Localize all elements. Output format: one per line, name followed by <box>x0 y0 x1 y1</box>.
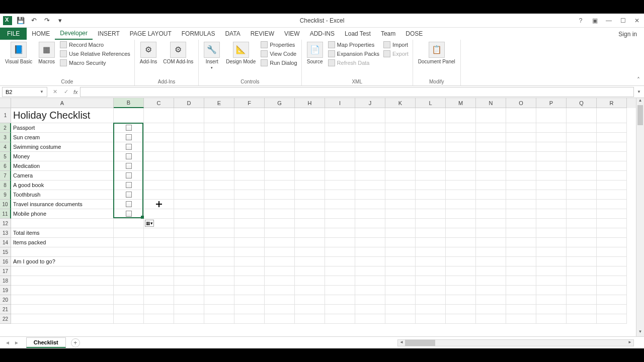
col-header-J[interactable]: J <box>355 98 385 108</box>
cell-I10[interactable] <box>325 200 355 209</box>
cell-P21[interactable] <box>536 305 567 314</box>
cell-O13[interactable] <box>506 228 536 238</box>
cell-D22[interactable] <box>174 314 204 324</box>
cell-I19[interactable] <box>325 286 355 295</box>
cell-C6[interactable] <box>144 161 174 171</box>
cell-K11[interactable] <box>385 209 416 219</box>
expand-formula-icon[interactable]: ▼ <box>636 89 642 94</box>
cell-P2[interactable] <box>536 123 567 133</box>
cell-L10[interactable] <box>416 200 446 209</box>
cell-K7[interactable] <box>385 171 416 180</box>
cell-A20[interactable] <box>11 295 114 305</box>
cell-N6[interactable] <box>476 161 506 171</box>
cell-R5[interactable] <box>597 152 627 161</box>
cell-C3[interactable] <box>144 133 174 142</box>
cell-O8[interactable] <box>506 180 536 190</box>
cell-N14[interactable] <box>476 238 506 247</box>
cell-D13[interactable] <box>174 228 204 238</box>
cell-F13[interactable] <box>234 228 265 238</box>
cell-I15[interactable] <box>325 247 355 257</box>
design-mode-button[interactable]: 📐Design Mode <box>224 41 258 66</box>
checkbox-row-5[interactable] <box>126 153 132 159</box>
row-header-7[interactable]: 7 <box>0 171 11 180</box>
qat-customize-icon[interactable]: ▾ <box>55 16 64 25</box>
cell-C10[interactable] <box>144 200 174 209</box>
cell-P12[interactable] <box>536 219 567 228</box>
row-header-6[interactable]: 6 <box>0 161 11 171</box>
cell-N20[interactable] <box>476 295 506 305</box>
cell-G10[interactable] <box>265 200 295 209</box>
cell-N19[interactable] <box>476 286 506 295</box>
cell-I13[interactable] <box>325 228 355 238</box>
cell-N9[interactable] <box>476 190 506 200</box>
cell-O15[interactable] <box>506 247 536 257</box>
cell-R16[interactable] <box>597 257 627 266</box>
cell-F5[interactable] <box>234 152 265 161</box>
cell-K6[interactable] <box>385 161 416 171</box>
col-header-Q[interactable]: Q <box>567 98 597 108</box>
cell-C5[interactable] <box>144 152 174 161</box>
cell-D12[interactable] <box>174 219 204 228</box>
cell-P18[interactable] <box>536 276 567 286</box>
addins-button[interactable]: ⚙Add-Ins <box>138 41 159 66</box>
cell-A14[interactable]: Items packed <box>11 238 114 247</box>
cell-F7[interactable] <box>234 171 265 180</box>
cell-A2[interactable]: Passport <box>11 123 114 133</box>
cell-J16[interactable] <box>355 257 385 266</box>
col-header-R[interactable]: R <box>597 98 627 108</box>
cell-R4[interactable] <box>597 142 627 152</box>
cell-J13[interactable] <box>355 228 385 238</box>
cell-P22[interactable] <box>536 314 567 324</box>
cell-N8[interactable] <box>476 180 506 190</box>
cell-J19[interactable] <box>355 286 385 295</box>
cell-I8[interactable] <box>325 180 355 190</box>
tab-insert[interactable]: INSERT <box>93 28 125 40</box>
cell-I12[interactable] <box>325 219 355 228</box>
cell-L12[interactable] <box>416 219 446 228</box>
cell-F22[interactable] <box>234 314 265 324</box>
tab-review[interactable]: REVIEW <box>246 28 279 40</box>
autofill-options-button[interactable]: ▦▾ <box>145 220 154 227</box>
undo-icon[interactable]: ↶ <box>29 16 38 25</box>
cell-C18[interactable] <box>144 276 174 286</box>
cell-D14[interactable] <box>174 238 204 247</box>
cell-A21[interactable] <box>11 305 114 314</box>
checkbox-row-8[interactable] <box>126 182 132 188</box>
row-header-17[interactable]: 17 <box>0 266 11 276</box>
col-header-A[interactable]: A <box>11 98 114 108</box>
row-header-18[interactable]: 18 <box>0 276 11 286</box>
cell-F1[interactable] <box>234 108 265 123</box>
cell-H19[interactable] <box>295 286 325 295</box>
cell-O12[interactable] <box>506 219 536 228</box>
cell-R20[interactable] <box>597 295 627 305</box>
name-box[interactable]: B2▼ <box>2 87 47 97</box>
checkbox-row-3[interactable] <box>126 134 132 140</box>
cell-D18[interactable] <box>174 276 204 286</box>
cell-D1[interactable] <box>174 108 204 123</box>
cell-Q15[interactable] <box>567 247 597 257</box>
cell-K19[interactable] <box>385 286 416 295</box>
cell-H14[interactable] <box>295 238 325 247</box>
cell-J18[interactable] <box>355 276 385 286</box>
cell-A15[interactable] <box>11 247 114 257</box>
cell-K1[interactable] <box>385 108 416 123</box>
cell-J2[interactable] <box>355 123 385 133</box>
cell-E5[interactable] <box>204 152 234 161</box>
import-button[interactable]: Import <box>382 41 410 49</box>
cell-D3[interactable] <box>174 133 204 142</box>
cell-Q14[interactable] <box>567 238 597 247</box>
cell-N7[interactable] <box>476 171 506 180</box>
scroll-thumb[interactable] <box>637 105 643 125</box>
cell-P6[interactable] <box>536 161 567 171</box>
cell-H4[interactable] <box>295 142 325 152</box>
cell-G3[interactable] <box>265 133 295 142</box>
cell-C11[interactable] <box>144 209 174 219</box>
cell-G13[interactable] <box>265 228 295 238</box>
row-header-9[interactable]: 9 <box>0 190 11 200</box>
horizontal-scrollbar[interactable]: ◄ ► <box>397 339 634 346</box>
cell-A19[interactable] <box>11 286 114 295</box>
scroll-up-icon[interactable]: ▲ <box>636 98 644 105</box>
cell-J20[interactable] <box>355 295 385 305</box>
cell-Q21[interactable] <box>567 305 597 314</box>
cell-P19[interactable] <box>536 286 567 295</box>
